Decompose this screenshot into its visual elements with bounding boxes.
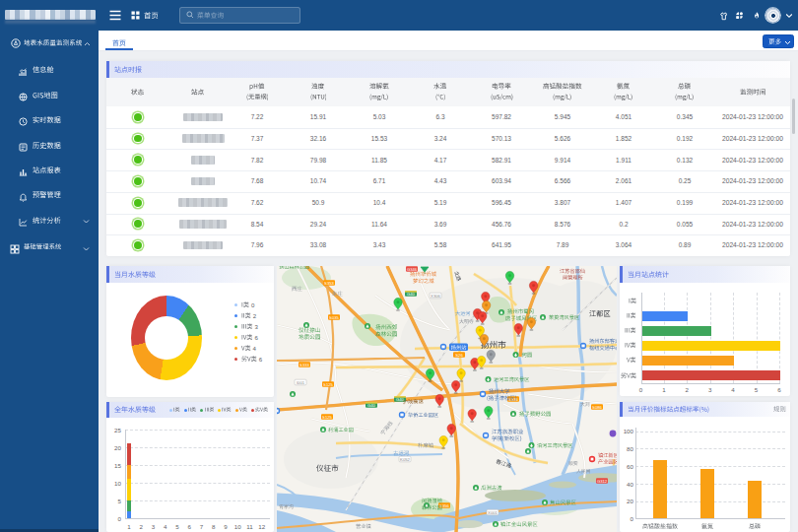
svg-text:S353: S353: [324, 281, 334, 286]
svg-text:S125: S125: [323, 382, 333, 387]
svg-text:S125: S125: [322, 415, 332, 420]
svg-text:S086: S086: [592, 405, 602, 410]
svg-text:S336: S336: [508, 397, 518, 402]
svg-text:I001: I001: [297, 380, 305, 385]
svg-text:S356: S356: [439, 503, 449, 508]
svg-text:S035: S035: [329, 315, 339, 320]
svg-text:G40: G40: [407, 292, 416, 297]
svg-text:G346: G346: [407, 267, 418, 272]
svg-text:G40: G40: [367, 403, 376, 408]
svg-text:S333: S333: [299, 363, 309, 367]
svg-text:G312: G312: [597, 479, 608, 484]
svg-text:G40: G40: [396, 397, 405, 402]
svg-text:X001: X001: [488, 510, 498, 515]
svg-text:K052: K052: [400, 457, 410, 462]
svg-text:S26: S26: [455, 353, 463, 358]
svg-text:X306: X306: [431, 294, 440, 299]
